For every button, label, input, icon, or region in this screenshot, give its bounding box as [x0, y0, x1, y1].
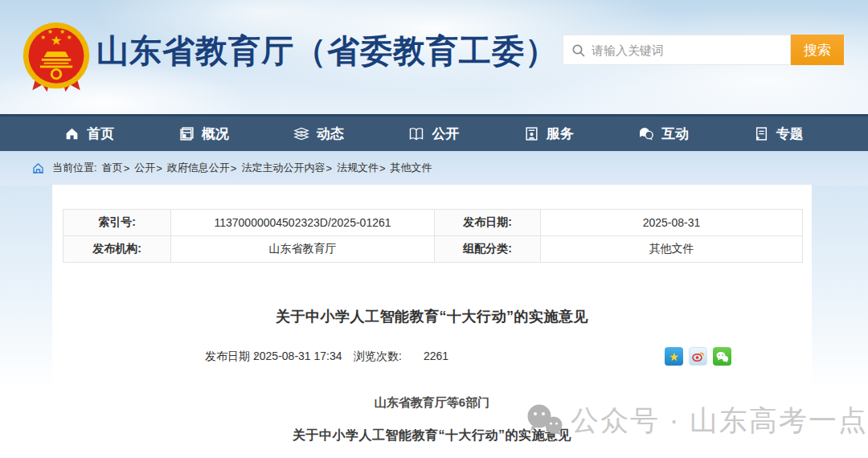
- svg-text:★: ★: [59, 28, 65, 35]
- search-icon: [571, 43, 585, 57]
- nav-item-label: 动态: [317, 125, 344, 143]
- qzone-share-icon[interactable]: ★: [665, 347, 683, 366]
- breadcrumb-item-gov-info[interactable]: 政府信息公开: [167, 161, 230, 175]
- nav-item-service[interactable]: 服务: [524, 117, 574, 151]
- nav-item-label: 概况: [202, 125, 229, 143]
- wechat-share-icon[interactable]: [713, 347, 731, 366]
- category-label: 组配分类:: [435, 236, 541, 263]
- breadcrumb-item-other-docs[interactable]: 其他文件: [391, 161, 432, 175]
- breadcrumb-item-open[interactable]: 公开: [134, 161, 155, 175]
- publish-date-meta-value: 2025-08-31 17:34: [253, 350, 342, 362]
- search-box: 搜索: [563, 35, 844, 65]
- nav-item-interact[interactable]: 互动: [638, 117, 689, 151]
- search-input-wrap: [563, 35, 791, 65]
- views-count: 2261: [424, 350, 448, 362]
- svg-text:★: ★: [67, 34, 72, 41]
- nav-item-news[interactable]: 动态: [293, 117, 344, 151]
- service-icon: [524, 126, 539, 141]
- article-meta-row: 发布日期： 2025-08-31 17:34 浏览次数: 2261 ★: [52, 347, 812, 366]
- breadcrumb-item-regulations[interactable]: 法规文件: [337, 161, 379, 175]
- nav-item-label: 服务: [547, 125, 574, 143]
- breadcrumb: 当前位置: 首页 > 公开 > 政府信息公开 > 法定主动公开内容 > 法规文件…: [0, 151, 868, 185]
- article-title: 关于中小学人工智能教育“十大行动”的实施意见: [52, 307, 812, 326]
- publish-date-value: 2025-08-31: [541, 210, 803, 236]
- nav-item-label: 专题: [776, 125, 804, 143]
- news-icon: [293, 126, 309, 141]
- nav-item-home[interactable]: 首页: [64, 117, 114, 151]
- index-number-label: 索引号:: [63, 210, 171, 236]
- nav-item-topics[interactable]: 专题: [754, 117, 804, 151]
- weibo-eye-glyph: [691, 350, 705, 363]
- breadcrumb-item-home[interactable]: 首页: [102, 161, 123, 175]
- publish-date-label: 发布日期:: [435, 210, 541, 236]
- nav-item-label: 互动: [661, 125, 689, 143]
- national-emblem-logo: ★ ★ ★ ★ ★: [21, 21, 92, 95]
- breadcrumb-separator: >: [124, 162, 130, 174]
- interact-icon: [638, 126, 654, 141]
- svg-text:★: ★: [40, 34, 46, 41]
- svg-text:★: ★: [47, 28, 53, 35]
- home-breadcrumb-icon: [32, 162, 44, 174]
- table-row: 索引号: 11370000004502323D/2025-01261 发布日期:…: [63, 210, 803, 236]
- overview-icon: [179, 126, 194, 141]
- site-header: ★ ★ ★ ★ ★ 山东省教育厅（省委教育工委） 搜索: [0, 0, 868, 114]
- wechat-bubbles-glyph: [715, 350, 729, 363]
- main-nav: 首页 概况 动态 公开: [0, 114, 868, 151]
- index-number-value: 11370000004502323D/2025-01261: [171, 210, 435, 236]
- breadcrumb-separator: >: [379, 162, 386, 174]
- share-icons: ★: [665, 347, 731, 366]
- issuing-agency-label: 发布机构:: [63, 236, 171, 263]
- nav-item-open[interactable]: 公开: [408, 117, 459, 151]
- breadcrumb-separator: >: [326, 162, 332, 174]
- content-panel: 索引号: 11370000004502323D/2025-01261 发布日期:…: [52, 185, 812, 458]
- category-value: 其他文件: [541, 236, 803, 263]
- nav-item-label: 首页: [87, 125, 114, 143]
- nav-item-label: 公开: [432, 125, 459, 143]
- breadcrumb-item-statutory[interactable]: 法定主动公开内容: [241, 161, 325, 175]
- page-title: 山东省教育厅（省委教育工委）: [96, 29, 558, 73]
- article-body-line2: 关于中小学人工智能教育“十大行动”的实施意见: [52, 427, 812, 444]
- breadcrumb-separator: >: [156, 162, 162, 174]
- views-label: 浏览次数:: [354, 350, 402, 364]
- breadcrumb-separator: >: [231, 162, 237, 174]
- search-button[interactable]: 搜索: [791, 35, 844, 65]
- table-row: 发布机构: 山东省教育厅 组配分类: 其他文件: [63, 236, 803, 263]
- document-info-table: 索引号: 11370000004502323D/2025-01261 发布日期:…: [63, 209, 803, 263]
- breadcrumb-prefix: 当前位置:: [52, 161, 97, 175]
- open-book-icon: [408, 126, 424, 141]
- page: ★ ★ ★ ★ ★ 山东省教育厅（省委教育工委） 搜索: [0, 0, 868, 458]
- article-body-line1: 山东省教育厅等6部门: [52, 395, 812, 411]
- home-icon: [64, 126, 80, 141]
- topics-icon: [754, 126, 769, 141]
- search-input[interactable]: [592, 43, 790, 57]
- weibo-share-icon[interactable]: [689, 347, 707, 366]
- nav-item-overview[interactable]: 概况: [179, 117, 229, 151]
- issuing-agency-value: 山东省教育厅: [171, 236, 435, 263]
